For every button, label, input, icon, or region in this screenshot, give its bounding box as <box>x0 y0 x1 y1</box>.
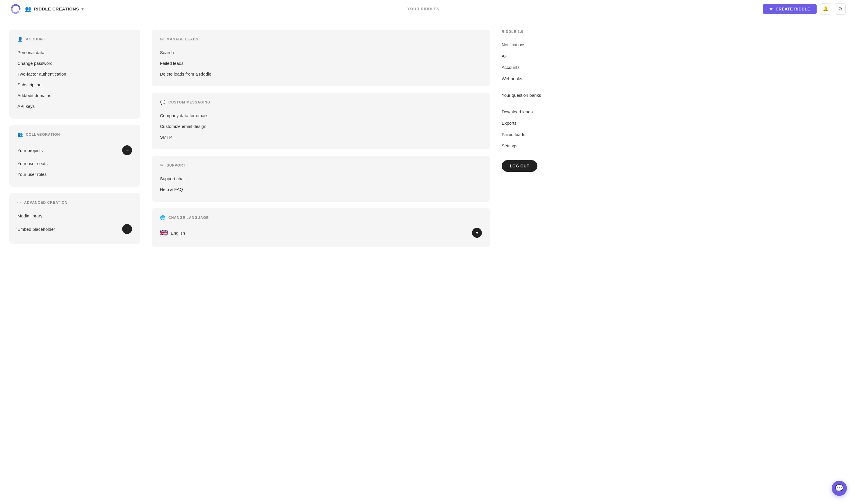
account-icon: 👤 <box>17 37 23 42</box>
create-riddle-button[interactable]: ✏ CREATE RIDDLE <box>763 4 817 14</box>
left-column: 👤 ACCOUNT Personal data Change password … <box>9 30 146 492</box>
logout-button[interactable]: LOG OUT <box>502 160 537 172</box>
language-label: English <box>171 231 185 235</box>
support-chat-item[interactable]: Support chat <box>160 173 482 184</box>
question-banks-item[interactable]: Your question banks <box>502 90 840 101</box>
change-language-section-header: 🌐 CHANGE LANGUAGE <box>160 215 482 220</box>
riddle-spacer <box>502 84 840 90</box>
language-dropdown-button[interactable]: ▾ <box>472 228 482 238</box>
gear-icon: ⚙ <box>838 6 842 12</box>
add-project-button[interactable]: + <box>122 145 132 155</box>
change-language-title: CHANGE LANGUAGE <box>168 216 209 220</box>
your-riddles-label: YOUR RIDDLES <box>407 7 439 11</box>
subscription-item[interactable]: Subscription <box>17 79 132 90</box>
accounts-item[interactable]: Accounts <box>502 61 840 73</box>
company-data-emails-item[interactable]: Company data for emails <box>160 110 482 121</box>
right-column: RIDDLE 1.0 Notifications API Accounts We… <box>496 30 846 492</box>
custom-messaging-section-header: 💬 CUSTOM MESSAGING <box>160 100 482 105</box>
custom-messaging-section: 💬 CUSTOM MESSAGING Company data for emai… <box>152 93 490 149</box>
settings-item[interactable]: Settings <box>502 140 840 151</box>
flag-icon: 🇬🇧 <box>160 229 168 237</box>
chat-icon: 💬 <box>160 100 165 105</box>
collaboration-title: COLLABORATION <box>26 132 60 137</box>
manage-leads-section-header: ✉ MANAGE LEADS <box>160 37 482 42</box>
riddle-creations-button[interactable]: 👥 RIDDLE CREATIONS ▾ <box>25 6 84 12</box>
failed-leads-riddle-item[interactable]: Failed leads <box>502 129 840 140</box>
advanced-creation-title: ADVANCED CREATION <box>24 201 68 205</box>
riddle-section-title: RIDDLE 1.0 <box>502 30 840 34</box>
language-left: 🇬🇧 English <box>160 229 185 237</box>
your-projects-item[interactable]: Your projects + <box>17 142 132 158</box>
manage-leads-title: MANAGE LEADS <box>167 37 198 41</box>
api-keys-item[interactable]: API keys <box>17 101 132 112</box>
header: 👥 RIDDLE CREATIONS ▾ YOUR RIDDLES ✏ CREA… <box>0 0 855 18</box>
delete-leads-item[interactable]: Delete leads from a Riddle <box>160 69 482 79</box>
media-library-item[interactable]: Media library <box>17 211 132 221</box>
riddle-creations-icon: 👥 <box>25 6 32 12</box>
riddle-1-section: RIDDLE 1.0 Notifications API Accounts We… <box>502 30 840 172</box>
personal-data-item[interactable]: Personal data <box>17 47 132 58</box>
riddle-spacer-2 <box>502 101 840 106</box>
globe-icon: 🌐 <box>160 215 165 220</box>
two-factor-item[interactable]: Two-factor authentication <box>17 69 132 79</box>
chevron-down-icon: ▾ <box>82 7 84 11</box>
support-icon: ✏ <box>160 163 164 168</box>
riddle-logo <box>9 3 22 15</box>
collaboration-icon: 👥 <box>17 132 23 137</box>
bell-icon: 🔔 <box>823 6 828 12</box>
your-user-seats-item[interactable]: Your user seats <box>17 158 132 169</box>
pencil-icon: ✏ <box>17 200 21 205</box>
customize-email-design-item[interactable]: Customize email design <box>160 121 482 132</box>
create-riddle-label: CREATE RIDDLE <box>775 7 810 11</box>
account-title: ACCOUNT <box>26 37 46 41</box>
advanced-creation-section: ✏ ADVANCED CREATION Media library Embed … <box>9 193 140 244</box>
change-language-section: 🌐 CHANGE LANGUAGE 🇬🇧 English ▾ <box>152 208 490 247</box>
language-select: 🇬🇧 English ▾ <box>160 226 482 240</box>
add-embed-button[interactable]: + <box>122 224 132 234</box>
header-left: 👥 RIDDLE CREATIONS ▾ <box>9 3 84 15</box>
header-center: YOUR RIDDLES <box>407 7 439 11</box>
chevron-down-icon: ▾ <box>476 231 478 235</box>
chat-bubble-button[interactable]: 💬 <box>832 481 847 496</box>
support-section-header: ✏ SUPPORT <box>160 163 482 168</box>
your-user-roles-item[interactable]: Your user roles <box>17 169 132 180</box>
riddle-creations-label: RIDDLE CREATIONS <box>34 6 79 11</box>
download-leads-item[interactable]: Download leads <box>502 106 840 118</box>
embed-placeholder-item[interactable]: Embed placeholder + <box>17 221 132 237</box>
change-password-item[interactable]: Change password <box>17 58 132 69</box>
middle-column: ✉ MANAGE LEADS Search Failed leads Delet… <box>146 30 496 492</box>
advanced-creation-section-header: ✏ ADVANCED CREATION <box>17 200 132 205</box>
failed-leads-item[interactable]: Failed leads <box>160 58 482 69</box>
collaboration-section: 👥 COLLABORATION Your projects + Your use… <box>9 125 140 186</box>
chat-bubble-icon: 💬 <box>835 484 844 492</box>
manage-leads-section: ✉ MANAGE LEADS Search Failed leads Delet… <box>152 30 490 86</box>
account-section-header: 👤 ACCOUNT <box>17 37 132 42</box>
smtp-item[interactable]: SMTP <box>160 132 482 142</box>
support-section: ✏ SUPPORT Support chat Help & FAQ <box>152 156 490 202</box>
custom-messaging-title: CUSTOM MESSAGING <box>168 100 210 104</box>
webhooks-item[interactable]: Webhooks <box>502 73 840 84</box>
exports-item[interactable]: Exports <box>502 118 840 129</box>
collaboration-section-header: 👥 COLLABORATION <box>17 132 132 137</box>
mail-icon: ✉ <box>160 37 164 42</box>
notification-button[interactable]: 🔔 <box>820 3 831 15</box>
edit-icon: ✏ <box>769 7 773 11</box>
search-leads-item[interactable]: Search <box>160 47 482 58</box>
header-right: ✏ CREATE RIDDLE 🔔 ⚙ <box>763 3 846 15</box>
main-content: 👤 ACCOUNT Personal data Change password … <box>0 18 855 504</box>
notifications-item[interactable]: Notifications <box>502 39 840 50</box>
help-faq-item[interactable]: Help & FAQ <box>160 184 482 195</box>
add-edit-domains-item[interactable]: Add/edit domains <box>17 90 132 101</box>
api-item[interactable]: API <box>502 50 840 61</box>
support-title: SUPPORT <box>167 163 186 167</box>
account-section: 👤 ACCOUNT Personal data Change password … <box>9 30 140 119</box>
settings-button[interactable]: ⚙ <box>835 3 846 15</box>
